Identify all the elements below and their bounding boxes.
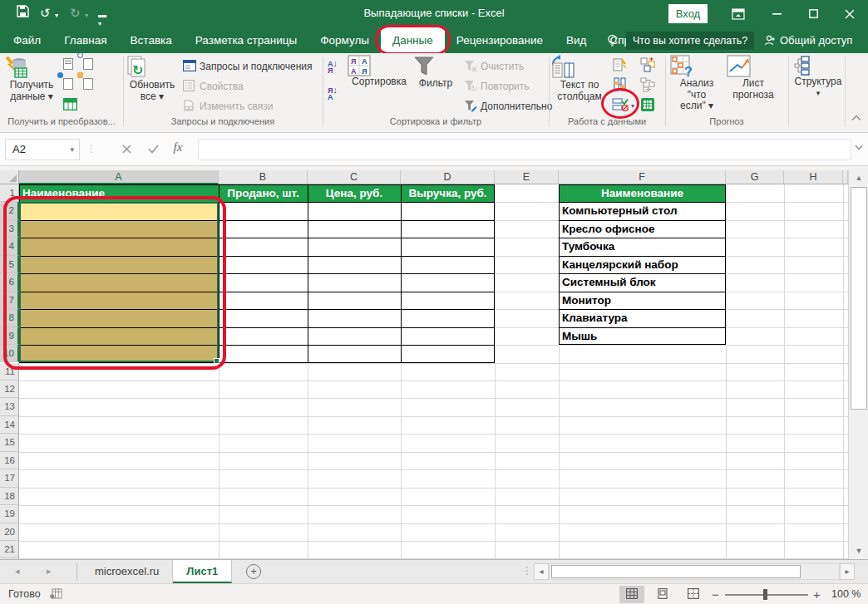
relationships-icon[interactable]: [640, 77, 655, 92]
name-box-dropdown-icon[interactable]: ▾: [70, 140, 74, 160]
hscroll-right-icon[interactable]: ▸: [840, 563, 855, 580]
select-all-corner[interactable]: [0, 170, 19, 184]
column-header-H[interactable]: H: [784, 170, 843, 184]
login-button[interactable]: Вход: [668, 4, 708, 23]
horizontal-scrollbar[interactable]: [549, 563, 840, 580]
zoom-out-icon[interactable]: −: [712, 587, 719, 602]
properties-button[interactable]: Свойства: [183, 78, 244, 95]
maximize-button[interactable]: [795, 0, 831, 27]
sort-az-icon[interactable]: А↓Я: [328, 60, 338, 74]
selected-cell-A9[interactable]: [19, 327, 219, 345]
selected-cell-A5[interactable]: [19, 256, 219, 273]
sort-button[interactable]: ЯААЯ Сортировка: [348, 55, 411, 88]
table-header-cell-A1[interactable]: Наименование: [19, 184, 219, 202]
column-header-E[interactable]: E: [495, 170, 559, 184]
row-header-20[interactable]: 20: [0, 523, 19, 541]
source-list-item-F8[interactable]: Клавиатура: [559, 309, 726, 327]
consolidate-icon[interactable]: [640, 57, 655, 72]
row-header-3[interactable]: 3: [0, 220, 19, 238]
selected-cell-A10[interactable]: [19, 345, 219, 362]
flash-fill-icon[interactable]: [613, 57, 628, 72]
scroll-down-icon[interactable]: ▼: [851, 544, 867, 558]
sheet-tab-2[interactable]: Лист1: [173, 560, 232, 583]
row-header-8[interactable]: 8: [0, 309, 19, 327]
source-list-item-F9[interactable]: Мышь: [559, 327, 726, 345]
ribbon-tab-2[interactable]: Главная: [52, 27, 118, 53]
selected-cell-A6[interactable]: [19, 273, 219, 291]
formula-input[interactable]: [198, 139, 851, 160]
ribbon-tab-6[interactable]: Данные: [381, 27, 445, 53]
ribbon-tab-3[interactable]: Вставка: [119, 27, 184, 53]
ribbon-tab-4[interactable]: Разметка страницы: [184, 27, 308, 53]
reapply-filter-button[interactable]: ↻ Повторить: [464, 78, 530, 95]
view-page-break-button[interactable]: [681, 586, 706, 603]
ribbon-tab-1[interactable]: Файл: [2, 27, 52, 53]
row-header-15[interactable]: 15: [0, 434, 19, 451]
text-to-columns-button[interactable]: Текст по столбцам: [551, 55, 608, 102]
macro-record-icon[interactable]: [50, 588, 62, 599]
close-button[interactable]: [831, 0, 868, 27]
row-header-6[interactable]: 6: [0, 273, 19, 291]
row-header-12[interactable]: 12: [0, 381, 19, 398]
horizontal-scrollbar-thumb[interactable]: [551, 565, 801, 578]
new-sheet-button[interactable]: +: [246, 564, 261, 579]
row-header-11[interactable]: 11: [0, 363, 19, 381]
hscroll-resize-handle[interactable]: ⋮: [522, 565, 532, 577]
from-table-icon[interactable]: [63, 98, 77, 110]
table-header-cell-C1[interactable]: Цена, руб.: [308, 184, 401, 202]
zoom-slider-handle[interactable]: [763, 589, 767, 600]
row-header-17[interactable]: 17: [0, 469, 19, 487]
sheet-nav-prev-icon[interactable]: ◂: [15, 566, 20, 577]
view-page-layout-button[interactable]: [650, 586, 675, 603]
column-header-C[interactable]: C: [308, 170, 401, 184]
row-header-5[interactable]: 5: [0, 256, 19, 273]
row-header-14[interactable]: 14: [0, 416, 19, 434]
clear-filter-button[interactable]: Очистить: [464, 58, 524, 75]
name-box[interactable]: A2 ▾: [5, 139, 80, 160]
source-list-item-F7[interactable]: Монитор: [559, 292, 726, 309]
row-header-21[interactable]: 21: [0, 541, 19, 558]
ribbon-tab-5[interactable]: Формулы: [308, 27, 381, 53]
row-header-16[interactable]: 16: [0, 452, 19, 469]
row-header-7[interactable]: 7: [0, 292, 19, 309]
share-button[interactable]: Общий доступ: [780, 34, 852, 47]
scroll-up-icon[interactable]: ▲: [851, 171, 867, 185]
row-header-13[interactable]: 13: [0, 398, 19, 415]
manage-data-model-icon[interactable]: [640, 97, 655, 112]
sort-za-icon[interactable]: Я↓А: [328, 86, 338, 101]
edit-links-button[interactable]: Изменить связи: [183, 98, 273, 115]
zoom-level[interactable]: 100 %: [831, 588, 861, 600]
column-header-B[interactable]: B: [219, 170, 308, 184]
fill-handle[interactable]: [214, 358, 219, 364]
source-list-item-F4[interactable]: Тумбочка: [559, 238, 726, 255]
source-list-item-F3[interactable]: Кресло офисное: [559, 220, 726, 238]
source-list-item-F6[interactable]: Системный блок: [559, 273, 726, 291]
selected-cell-A2[interactable]: [19, 202, 219, 219]
selected-cell-A8[interactable]: [19, 309, 219, 327]
cancel-icon[interactable]: [116, 140, 136, 159]
source-list-item-F2[interactable]: Компьютерный стол: [559, 202, 726, 219]
enter-icon[interactable]: [143, 140, 163, 159]
expand-formula-bar-icon[interactable]: [855, 145, 863, 150]
insert-function-icon[interactable]: fx: [168, 140, 188, 159]
row-header-10[interactable]: 10: [0, 345, 19, 362]
vertical-scrollbar[interactable]: ▲ ▼: [848, 170, 868, 559]
ribbon-display-options-icon[interactable]: [720, 0, 757, 27]
column-header-G[interactable]: G: [726, 170, 784, 184]
hscroll-left-icon[interactable]: ◂: [534, 563, 549, 580]
filter-button[interactable]: Фильтр: [412, 55, 459, 90]
ribbon-tab-8[interactable]: Вид: [555, 27, 598, 53]
get-data-button[interactable]: Получить данные ▾: [5, 55, 58, 102]
row-header-19[interactable]: 19: [0, 505, 19, 523]
row-header-4[interactable]: 4: [0, 238, 19, 255]
selected-cell-A4[interactable]: [19, 238, 219, 255]
forecast-sheet-button[interactable]: Лист прогноза: [727, 55, 780, 101]
refresh-all-button[interactable]: ↻ Обновить все ▾: [126, 55, 178, 102]
row-header-2[interactable]: 2: [0, 202, 19, 219]
sheet-nav-next-icon[interactable]: ▸: [47, 566, 52, 577]
row-header-1[interactable]: 1: [0, 184, 19, 202]
view-normal-button[interactable]: [619, 586, 644, 603]
outline-button[interactable]: Структура ▾: [793, 55, 843, 99]
collapse-ribbon-icon[interactable]: [851, 115, 861, 121]
row-header-18[interactable]: 18: [0, 488, 19, 505]
